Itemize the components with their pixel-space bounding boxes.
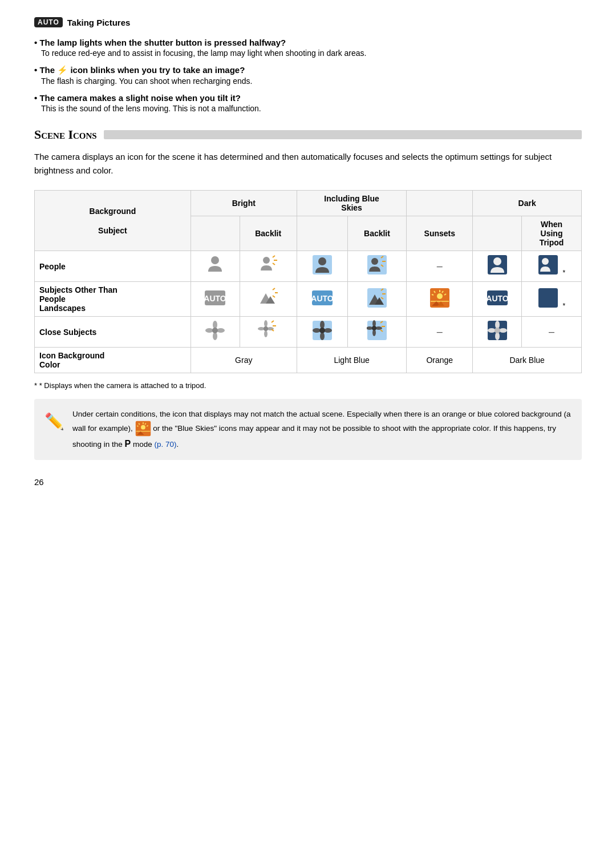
svg-point-46	[213, 332, 217, 340]
header-title: Taking Pictures	[67, 18, 131, 27]
svg-rect-63	[367, 321, 387, 340]
svg-line-37	[432, 294, 433, 295]
header-section: AUTO Taking Pictures	[34, 17, 582, 27]
svg-point-60	[320, 332, 325, 340]
col-dark-label: Dark	[475, 199, 579, 208]
col-blue-backlit: Backlit	[347, 216, 407, 251]
faq-question-1: The lamp lights when the shutter button …	[34, 38, 582, 47]
svg-text:AUTO: AUTO	[311, 294, 333, 303]
col-background-label: Background	[37, 207, 188, 216]
svg-point-75	[495, 332, 500, 340]
col-including-blue-label: Including BlueSkies	[299, 194, 404, 212]
svg-line-54	[271, 321, 274, 322]
auto-dark-icon: AUTO	[487, 290, 508, 306]
icon-close-sunset: –	[407, 317, 473, 348]
icon-close-bright-backlit	[240, 317, 297, 348]
table-row-people: People	[35, 251, 582, 282]
svg-point-73	[495, 321, 500, 329]
row-label-close: Close Subjects	[35, 317, 191, 348]
footnote: * * Displays when the camera is attached…	[34, 381, 582, 390]
icon-close-dark	[473, 317, 522, 348]
sunset-icon	[429, 288, 450, 308]
icon-close-bright	[191, 317, 240, 348]
svg-point-68	[372, 326, 376, 330]
person-dark-icon	[487, 255, 508, 275]
faq-section: The lamp lights when the shutter button …	[34, 38, 582, 115]
col-background: Background Subject	[35, 191, 191, 251]
svg-point-77	[495, 328, 500, 333]
svg-point-53	[264, 326, 268, 331]
table-row-subjects: Subjects Other ThanPeopleLandscapes AUTO	[35, 282, 582, 317]
flower-backlit-blue-icon	[367, 320, 387, 341]
person-tripod-icon	[538, 255, 558, 275]
note-pencil-icon: ✏️	[44, 409, 64, 451]
page-number: 26	[34, 477, 582, 487]
svg-text:AUTO: AUTO	[487, 294, 508, 303]
landscape-backlit-blue-icon	[367, 288, 387, 308]
icon-people-blue-backlit	[347, 251, 407, 282]
svg-point-58	[320, 321, 325, 329]
icon-subjects-blue-backlit	[347, 282, 407, 317]
icon-close-blue-backlit	[347, 317, 407, 348]
scene-icons-heading: Scene Icons	[34, 127, 97, 142]
asterisk-people-tripod: *	[563, 269, 566, 277]
table-row-close-subjects: Close Subjects	[35, 317, 582, 348]
faq-answer-1: To reduce red-eye and to assist in focus…	[41, 47, 582, 59]
icon-people-sunset: –	[407, 251, 473, 282]
svg-point-74	[499, 328, 507, 333]
svg-point-13	[493, 257, 501, 265]
night-icon	[538, 288, 558, 308]
col-bright-label: Bright	[193, 199, 294, 208]
col-dark-tripod: WhenUsingTripod	[522, 216, 582, 251]
svg-point-61	[313, 328, 321, 333]
auto-blue-icon: AUTO	[311, 290, 333, 306]
svg-text:AUTO: AUTO	[204, 294, 226, 303]
person-gray-icon	[205, 255, 225, 275]
flower-backlit-gray-icon	[258, 320, 278, 341]
note-text: Under certain conditions, the icon that …	[72, 408, 572, 451]
icon-people-tripod: *	[522, 251, 582, 282]
col-blue-normal	[297, 216, 347, 251]
col-subject-label: Subject	[37, 226, 188, 235]
section-title-bar	[104, 130, 582, 139]
svg-point-15	[542, 258, 549, 265]
flower-gray-icon	[205, 320, 225, 341]
faq-question-3: The camera makes a slight noise when you…	[34, 93, 582, 103]
col-bright-backlit: Backlit	[240, 216, 297, 251]
section-title: Scene Icons	[34, 127, 582, 142]
col-including-blue: Including BlueSkies	[297, 191, 407, 216]
svg-line-56	[271, 329, 274, 331]
person-blue-icon	[312, 255, 333, 275]
row-label-colors: Icon BackgroundColor	[35, 348, 191, 373]
icon-people-blue	[297, 251, 347, 282]
person-backlit-blue-icon	[367, 255, 387, 275]
faq-answer-3: This is the sound of the lens moving. Th…	[41, 103, 582, 115]
section-description: The camera displays an icon for the scen…	[34, 150, 582, 177]
svg-line-20	[273, 288, 275, 290]
svg-point-76	[488, 328, 496, 333]
icon-people-dark	[473, 251, 522, 282]
row-label-subjects: Subjects Other ThanPeopleLandscapes	[35, 282, 191, 317]
auto-gray-icon: AUTO	[204, 290, 226, 306]
svg-point-79	[141, 425, 145, 429]
faq-item-2: The ⚡ icon blinks when you try to take a…	[34, 65, 582, 87]
svg-line-4	[273, 263, 275, 265]
icon-close-tripod: –	[522, 317, 582, 348]
color-gray: Gray	[191, 348, 297, 373]
inline-sunset-icon	[135, 421, 151, 437]
flower-blue-icon	[312, 320, 333, 341]
color-light-blue: Light Blue	[297, 348, 407, 373]
col-dark: Dark	[473, 191, 582, 216]
faq-question-2: The ⚡ icon blinks when you try to take a…	[34, 65, 582, 75]
col-bright: Bright	[191, 191, 297, 216]
svg-line-2	[273, 256, 275, 257]
svg-point-62	[319, 328, 325, 333]
svg-line-22	[273, 296, 275, 297]
col-bright-normal	[191, 216, 240, 251]
icon-subjects-bright: AUTO	[191, 282, 240, 317]
icon-close-blue	[297, 317, 347, 348]
icon-subjects-bright-backlit	[240, 282, 297, 317]
icon-subjects-tripod: *	[522, 282, 582, 317]
svg-point-45	[217, 328, 225, 333]
icon-subjects-sunset	[407, 282, 473, 317]
